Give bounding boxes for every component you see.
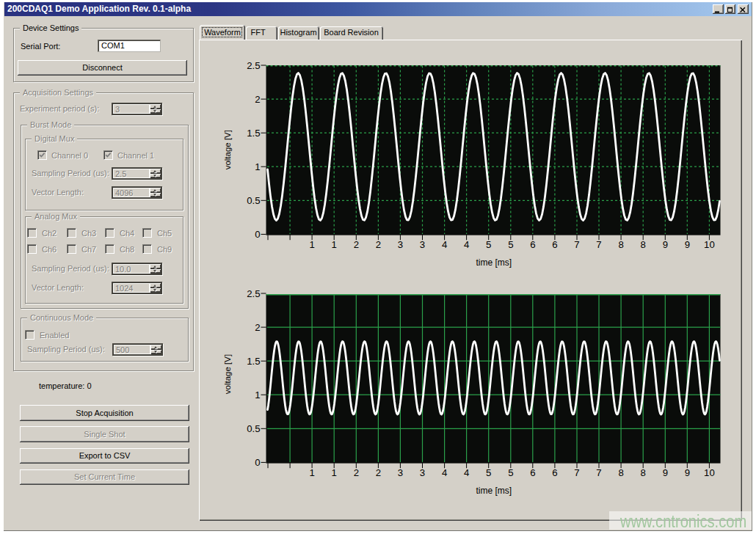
- svg-text:3: 3: [398, 467, 403, 478]
- svg-text:time [ms]: time [ms]: [476, 257, 512, 268]
- svg-text:8: 8: [641, 239, 646, 250]
- svg-text:9: 9: [663, 467, 668, 478]
- svg-text:9: 9: [663, 239, 668, 250]
- svg-text:0: 0: [255, 229, 260, 240]
- svg-text:1: 1: [332, 467, 337, 478]
- svg-text:1.5: 1.5: [247, 356, 260, 367]
- svg-text:2: 2: [354, 239, 359, 250]
- svg-text:10: 10: [704, 467, 715, 478]
- svg-text:7: 7: [574, 239, 579, 250]
- svg-text:4: 4: [464, 467, 469, 478]
- svg-text:voltage [V]: voltage [V]: [223, 130, 232, 169]
- svg-text:0.5: 0.5: [247, 423, 260, 434]
- svg-text:1.5: 1.5: [247, 128, 260, 139]
- svg-text:8: 8: [618, 467, 623, 478]
- svg-text:9: 9: [685, 239, 690, 250]
- svg-text:voltage [V]: voltage [V]: [223, 354, 232, 394]
- svg-text:4: 4: [464, 239, 469, 250]
- svg-text:9: 9: [685, 467, 690, 478]
- svg-text:1: 1: [255, 161, 260, 172]
- svg-text:4: 4: [442, 239, 447, 250]
- svg-text:7: 7: [574, 467, 579, 478]
- svg-text:10: 10: [704, 239, 715, 250]
- svg-text:3: 3: [398, 239, 403, 250]
- svg-text:6: 6: [530, 467, 535, 478]
- svg-text:1: 1: [309, 467, 314, 478]
- svg-text:2: 2: [376, 239, 381, 250]
- svg-text:0.5: 0.5: [247, 195, 260, 206]
- svg-text:6: 6: [530, 239, 535, 250]
- svg-text:5: 5: [508, 467, 513, 478]
- svg-text:1: 1: [255, 389, 260, 400]
- svg-text:4: 4: [442, 467, 447, 478]
- svg-text:2: 2: [255, 322, 260, 333]
- svg-text:8: 8: [641, 467, 646, 478]
- svg-text:2: 2: [376, 467, 381, 478]
- svg-text:5: 5: [486, 467, 491, 478]
- svg-text:1: 1: [332, 239, 337, 250]
- svg-text:3: 3: [420, 239, 425, 250]
- svg-text:2.5: 2.5: [247, 290, 260, 299]
- svg-text:0: 0: [255, 457, 260, 468]
- svg-text:3: 3: [420, 467, 425, 478]
- svg-text:5: 5: [486, 239, 491, 250]
- svg-text:2.5: 2.5: [247, 62, 260, 71]
- svg-text:6: 6: [552, 467, 557, 478]
- svg-text:6: 6: [552, 239, 557, 250]
- svg-text:8: 8: [618, 239, 623, 250]
- svg-text:5: 5: [508, 239, 513, 250]
- svg-text:time [ms]: time [ms]: [476, 486, 512, 496]
- svg-text:1: 1: [309, 239, 314, 250]
- svg-text:7: 7: [596, 239, 601, 250]
- svg-text:2: 2: [354, 467, 359, 478]
- svg-text:7: 7: [596, 467, 601, 478]
- svg-text:2: 2: [255, 94, 260, 105]
